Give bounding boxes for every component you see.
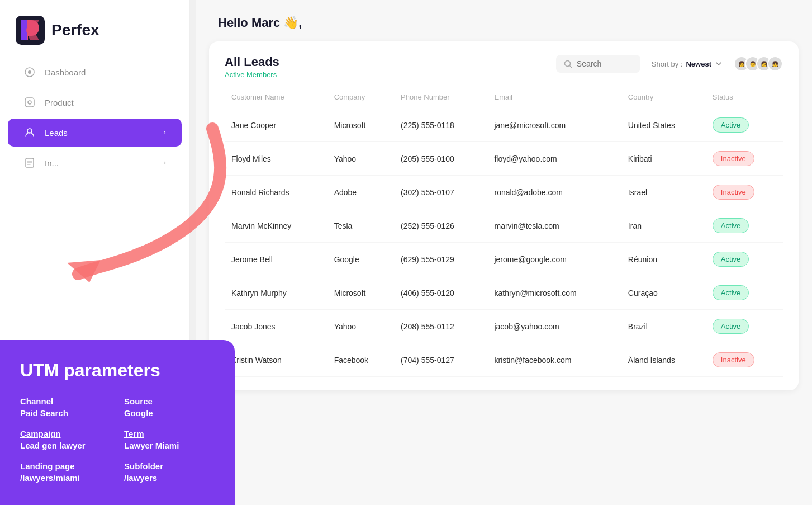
cell-name: Kristin Watson bbox=[225, 343, 327, 377]
col-header-status: Status bbox=[706, 88, 783, 108]
cell-phone: (205) 555-0100 bbox=[394, 142, 487, 176]
cell-company: Tesla bbox=[327, 209, 394, 243]
cell-company: Microsoft bbox=[327, 276, 394, 310]
sidebar-item-leads-label: Leads bbox=[45, 128, 68, 138]
sidebar-item-dashboard[interactable]: Dashboard bbox=[8, 58, 182, 86]
col-header-email: Email bbox=[487, 88, 621, 108]
utm-source-label: Source bbox=[124, 397, 215, 406]
active-members-link[interactable]: Active Members bbox=[225, 70, 277, 79]
table-title: All Leads bbox=[225, 55, 279, 69]
sidebar-item-product[interactable]: Product bbox=[8, 88, 182, 116]
cell-status: Active bbox=[706, 243, 783, 276]
table-row[interactable]: Jerome Bell Google (629) 555-0129 jerome… bbox=[225, 243, 783, 276]
header-bar: Hello Marc 👋, bbox=[196, 0, 812, 41]
svg-point-2 bbox=[28, 70, 31, 74]
utm-subfolder-label: Subfolder bbox=[124, 461, 215, 471]
table-row[interactable]: Marvin McKinney Tesla (252) 555-0126 mar… bbox=[225, 209, 783, 243]
table-row[interactable]: Floyd Miles Yahoo (205) 555-0100 floyd@y… bbox=[225, 142, 783, 176]
status-badge: Active bbox=[713, 252, 749, 267]
col-header-name: Customer Name bbox=[225, 88, 327, 108]
sidebar-item-dashboard-label: Dashboard bbox=[45, 68, 86, 77]
avatar-group: 👩 👨 👩 👧 bbox=[734, 56, 783, 72]
table-row[interactable]: Jacob Jones Yahoo (208) 555-0112 jacob@y… bbox=[225, 310, 783, 343]
status-badge: Inactive bbox=[713, 151, 754, 166]
utm-panel: UTM parameters Channel Paid Search Sourc… bbox=[0, 340, 235, 505]
cell-status: Active bbox=[706, 209, 783, 243]
cell-name: Jerome Bell bbox=[225, 243, 327, 276]
main-content: Hello Marc 👋, All Leads Active Members S… bbox=[196, 0, 812, 505]
cell-phone: (406) 555-0120 bbox=[394, 276, 487, 310]
sidebar-item-invoices-label: In... bbox=[45, 158, 59, 168]
utm-item-landing: Landing page /lawyers/miami bbox=[20, 461, 111, 483]
status-badge: Inactive bbox=[713, 185, 754, 200]
leads-table-panel: All Leads Active Members Short by : Newe… bbox=[209, 41, 799, 390]
status-badge: Active bbox=[713, 218, 749, 233]
sort-label: Short by : bbox=[652, 60, 683, 68]
utm-item-channel: Channel Paid Search bbox=[20, 397, 111, 418]
chevron-down-icon bbox=[715, 60, 723, 68]
sidebar-item-invoices[interactable]: In... › bbox=[8, 149, 182, 177]
cell-country: Iran bbox=[621, 209, 706, 243]
cell-country: Curaçao bbox=[621, 276, 706, 310]
cell-country: United States bbox=[621, 108, 706, 142]
table-row[interactable]: Ronald Richards Adobe (302) 555-0107 ron… bbox=[225, 176, 783, 209]
sort-control[interactable]: Short by : Newest bbox=[652, 60, 723, 68]
utm-item-term: Term Lawyer Miami bbox=[124, 429, 215, 450]
cell-name: Jacob Jones bbox=[225, 310, 327, 343]
search-input[interactable] bbox=[577, 59, 633, 68]
cell-name: Jane Cooper bbox=[225, 108, 327, 142]
sidebar-item-product-label: Product bbox=[45, 98, 74, 107]
table-row[interactable]: Kristin Watson Facebook (704) 555-0127 k… bbox=[225, 343, 783, 377]
cell-email: jane@microsoft.com bbox=[487, 108, 621, 142]
cell-phone: (302) 555-0107 bbox=[394, 176, 487, 209]
cell-status: Active bbox=[706, 108, 783, 142]
cell-status: Active bbox=[706, 310, 783, 343]
cell-phone: (225) 555-0118 bbox=[394, 108, 487, 142]
col-header-company: Company bbox=[327, 88, 394, 108]
col-header-country: Country bbox=[621, 88, 706, 108]
leads-arrow-icon: › bbox=[164, 129, 166, 136]
table-row[interactable]: Kathryn Murphy Microsoft (406) 555-0120 … bbox=[225, 276, 783, 310]
cell-phone: (704) 555-0127 bbox=[394, 343, 487, 377]
cell-email: marvin@tesla.com bbox=[487, 209, 621, 243]
search-box[interactable] bbox=[556, 55, 640, 73]
cell-company: Facebook bbox=[327, 343, 394, 377]
utm-item-subfolder: Subfolder /lawyers bbox=[124, 461, 215, 483]
svg-line-8 bbox=[569, 65, 572, 68]
avatar: 👧 bbox=[767, 56, 783, 72]
table-row[interactable]: Jane Cooper Microsoft (225) 555-0118 jan… bbox=[225, 108, 783, 142]
utm-grid: Channel Paid Search Source Google Campai… bbox=[20, 397, 215, 483]
status-badge: Active bbox=[713, 319, 749, 334]
leads-icon bbox=[23, 126, 36, 139]
utm-channel-label: Channel bbox=[20, 397, 111, 406]
invoices-icon bbox=[23, 157, 36, 169]
cell-country: Kiribati bbox=[621, 142, 706, 176]
cell-email: kristin@facebook.com bbox=[487, 343, 621, 377]
table-title-area: All Leads Active Members bbox=[225, 55, 279, 79]
sort-value: Newest bbox=[686, 60, 711, 68]
status-badge: Active bbox=[713, 285, 749, 300]
cell-country: Réunion bbox=[621, 243, 706, 276]
table-header: All Leads Active Members Short by : Newe… bbox=[225, 55, 783, 79]
cell-company: Adobe bbox=[327, 176, 394, 209]
cell-country: Israel bbox=[621, 176, 706, 209]
utm-landing-value: /lawyers/miami bbox=[20, 473, 111, 483]
cell-status: Inactive bbox=[706, 343, 783, 377]
cell-phone: (208) 555-0112 bbox=[394, 310, 487, 343]
cell-company: Yahoo bbox=[327, 142, 394, 176]
logo-text: Perfex bbox=[51, 21, 99, 39]
utm-subfolder-value: /lawyers bbox=[124, 473, 215, 483]
status-badge: Active bbox=[713, 117, 749, 133]
sidebar-item-leads[interactable]: Leads › bbox=[8, 119, 182, 147]
utm-campaign-label: Campaign bbox=[20, 429, 111, 438]
dashboard-icon bbox=[23, 66, 36, 78]
cell-country: Åland Islands bbox=[621, 343, 706, 377]
cell-email: jerome@google.com bbox=[487, 243, 621, 276]
svg-point-4 bbox=[28, 101, 31, 104]
table-controls: Short by : Newest 👩 👨 👩 👧 bbox=[556, 55, 783, 73]
status-badge: Inactive bbox=[713, 352, 754, 367]
utm-item-source: Source Google bbox=[124, 397, 215, 418]
utm-campaign-value: Lead gen lawyer bbox=[20, 441, 111, 450]
utm-item-campaign: Campaign Lead gen lawyer bbox=[20, 429, 111, 450]
utm-landing-label: Landing page bbox=[20, 461, 111, 471]
